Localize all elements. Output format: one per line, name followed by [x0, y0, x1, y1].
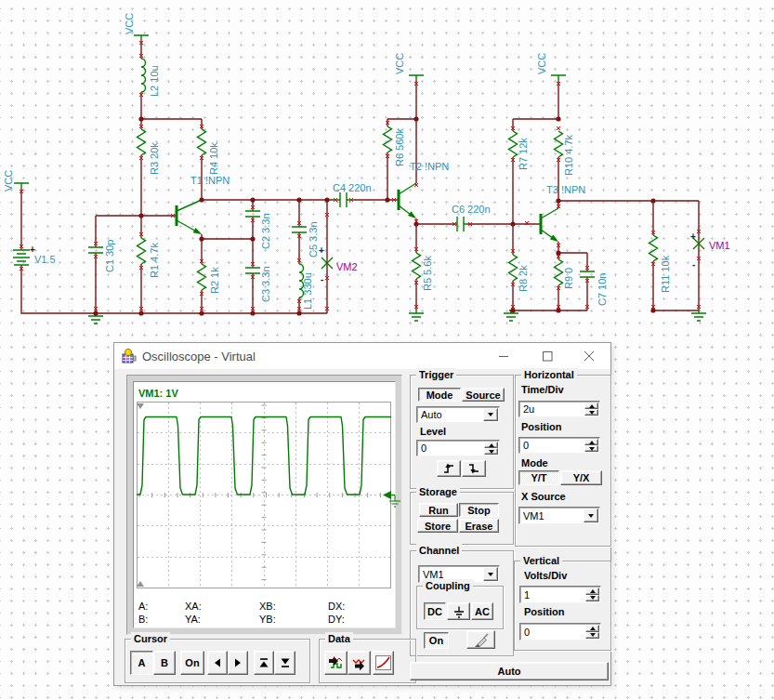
- spin-up-icon[interactable]: [584, 439, 598, 445]
- auto-button[interactable]: Auto: [410, 662, 609, 680]
- channel-on-button[interactable]: On: [424, 632, 449, 649]
- trigger-level-label: Level: [420, 426, 446, 437]
- time-div-input[interactable]: 2u: [518, 401, 600, 417]
- close-button[interactable]: [568, 343, 610, 369]
- circuit-schematic[interactable]: VCCV1 5+C1 30pR1 4.7kR2 1kR3 20kR4 10kL2…: [0, 0, 774, 337]
- export-wave-icon: [351, 655, 368, 671]
- time-div-spinner[interactable]: [584, 403, 598, 416]
- readout-ya: YA:: [185, 614, 201, 625]
- title-bar[interactable]: Oscilloscope - Virtual: [114, 343, 610, 369]
- readout-a: A:: [138, 601, 148, 612]
- cursor-left-button[interactable]: [207, 651, 228, 675]
- schematic-wires: [21, 41, 699, 313]
- trigger-mode-value: Auto: [421, 409, 442, 420]
- component-label: VCC: [3, 170, 14, 192]
- component-label: VCC: [536, 53, 547, 74]
- spin-up-icon[interactable]: [585, 625, 599, 632]
- cursor-a-button[interactable]: A: [130, 651, 153, 675]
- scope-bezel: VM1: 1V A: B: XA: YA: XB: YB: DX: DY:: [126, 375, 402, 635]
- readout-dx: DX:: [328, 601, 345, 612]
- component-label: VCC: [394, 53, 405, 74]
- v-position-spinner[interactable]: [585, 625, 599, 639]
- yt-mode-button[interactable]: Y/T: [518, 470, 559, 485]
- coupling-dc-button[interactable]: DC: [424, 602, 446, 620]
- component-label: R9 0: [563, 268, 574, 289]
- cursor-b-button[interactable]: B: [153, 651, 176, 675]
- cursor-up-button[interactable]: [254, 651, 274, 675]
- component-label: R2 1k: [209, 267, 220, 294]
- rising-edge-icon: [441, 461, 456, 476]
- graph-icon: [375, 655, 391, 670]
- data-graph-button[interactable]: [373, 651, 394, 675]
- component-label: R11 10k: [660, 255, 671, 293]
- trigger-mode-button[interactable]: Mode: [418, 388, 461, 402]
- trigger-falling-edge-button[interactable]: [462, 460, 486, 477]
- scope-display: [137, 402, 404, 593]
- spin-up-icon[interactable]: [584, 403, 598, 409]
- h-position-input[interactable]: 0: [518, 437, 600, 454]
- spin-up-icon[interactable]: [484, 442, 498, 448]
- x-source-select[interactable]: VM1: [518, 507, 600, 524]
- component-label: C7 10n: [597, 273, 608, 306]
- component-label: R1 4.7k: [149, 243, 160, 278]
- store-button[interactable]: Store: [417, 519, 458, 533]
- h-position-label: Position: [521, 421, 561, 432]
- readout-dy: DY:: [328, 614, 345, 625]
- channel-value: VM1: [423, 569, 444, 580]
- readout-xa: XA:: [185, 601, 202, 612]
- cursor-on-button[interactable]: On: [180, 651, 204, 675]
- spin-down-icon[interactable]: [585, 632, 599, 640]
- data-export-button[interactable]: [348, 651, 371, 675]
- component-label: L1 330u: [302, 272, 313, 310]
- dropdown-arrow-icon[interactable]: [483, 408, 498, 421]
- window-title: Oscilloscope - Virtual: [142, 350, 256, 363]
- schematic-pin-marks: [20, 41, 701, 310]
- data-import-button[interactable]: [324, 651, 348, 675]
- component-label: R5 5.6k: [422, 256, 433, 291]
- component-label: C6 220n: [452, 204, 491, 215]
- component-label: C2 3.3n: [260, 213, 271, 249]
- cursor-right-button[interactable]: [228, 651, 248, 675]
- component-label: C3 3.3n: [260, 266, 271, 302]
- arrow-up-bar-icon: [256, 655, 271, 670]
- spin-down-icon[interactable]: [585, 595, 599, 602]
- dropdown-arrow-icon[interactable]: [483, 567, 498, 581]
- horizontal-group-label: Horizontal: [521, 368, 577, 381]
- volts-div-spinner[interactable]: [585, 588, 599, 601]
- component-label: +: [30, 244, 35, 255]
- yx-mode-button[interactable]: Y/X: [560, 470, 602, 485]
- maximize-button[interactable]: [526, 343, 569, 369]
- spin-down-icon[interactable]: [584, 445, 598, 452]
- coupling-ac-button[interactable]: AC: [471, 602, 493, 620]
- trigger-rising-edge-button[interactable]: [437, 460, 461, 477]
- trigger-level-input[interactable]: 0: [416, 440, 500, 456]
- minimize-button[interactable]: [482, 343, 525, 369]
- component-label: -: [321, 274, 323, 284]
- spin-up-icon[interactable]: [585, 588, 599, 595]
- trigger-source-button[interactable]: Source: [462, 388, 505, 402]
- h-position-spinner[interactable]: [584, 439, 598, 452]
- volts-div-input[interactable]: 1: [519, 586, 601, 603]
- probe-button[interactable]: [466, 630, 495, 649]
- stop-button[interactable]: Stop: [459, 503, 499, 517]
- run-button[interactable]: Run: [419, 503, 458, 517]
- component-label: R4 10k: [208, 142, 219, 175]
- trigger-level-spinner[interactable]: [484, 442, 498, 455]
- trigger-mode-select[interactable]: Auto: [416, 406, 500, 423]
- maximize-icon: [543, 351, 553, 362]
- component-label: C5 3.3n: [308, 221, 319, 258]
- cursor-down-button[interactable]: [274, 651, 295, 675]
- spin-down-icon[interactable]: [484, 448, 498, 455]
- coupling-group-label: Coupling: [423, 579, 473, 592]
- coupling-ground-button[interactable]: [447, 602, 470, 620]
- erase-button[interactable]: Erase: [459, 519, 499, 533]
- scope-screen: VM1: 1V A: B: XA: YA: XB: YB: DX: DY:: [133, 381, 396, 628]
- v-position-input[interactable]: 0: [519, 623, 601, 641]
- spin-down-icon[interactable]: [584, 409, 598, 416]
- volts-div-value: 1: [524, 589, 530, 601]
- dropdown-arrow-icon[interactable]: [584, 508, 598, 522]
- falling-edge-icon: [466, 461, 481, 476]
- data-group-label: Data: [325, 632, 353, 645]
- trigger-group-label: Trigger: [416, 368, 456, 381]
- component-label: T2 !NPN: [410, 161, 449, 172]
